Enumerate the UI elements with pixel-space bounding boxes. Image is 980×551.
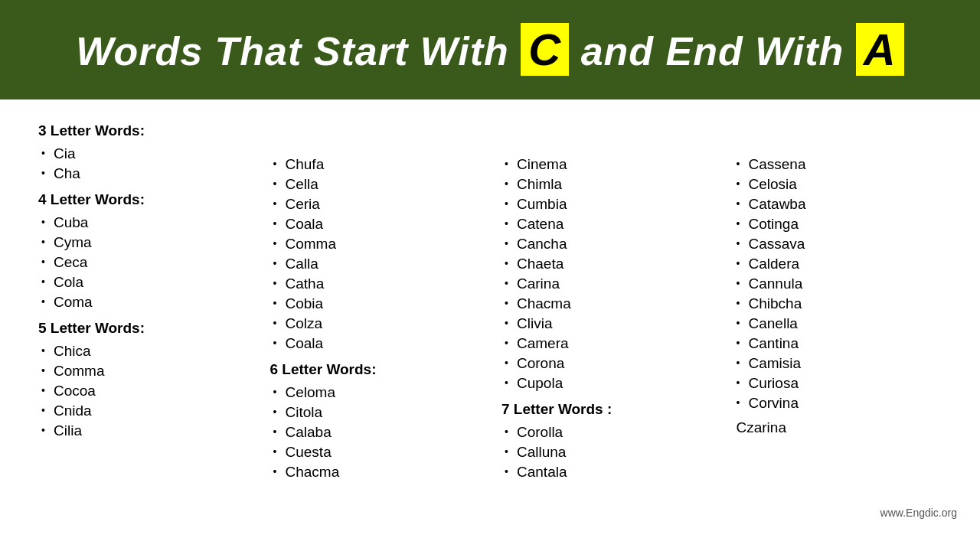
page-title: Words That Start With C and End With A bbox=[46, 23, 934, 77]
list-item: Cuesta bbox=[270, 442, 479, 462]
list-item: Catawba bbox=[733, 194, 942, 214]
heading-3letter: 3 Letter Words: bbox=[38, 122, 247, 139]
list-item: Cnida bbox=[38, 401, 247, 421]
footer: www.Engdic.org bbox=[0, 504, 980, 525]
title-middle: and End With bbox=[581, 29, 844, 73]
list-item: Calaba bbox=[270, 422, 479, 442]
list-3letter: Cia Cha bbox=[38, 144, 247, 184]
list-item: Corona bbox=[501, 354, 710, 373]
list-item: Ceca bbox=[38, 253, 247, 272]
list-item: Corolla bbox=[501, 422, 710, 442]
list-item: Comma bbox=[38, 361, 247, 381]
list-item: Caldera bbox=[733, 254, 942, 274]
list-5letter-col2: Chufa Cella Ceria Coala Comma Calla Cath… bbox=[270, 155, 479, 354]
list-item: Cocoa bbox=[38, 381, 247, 401]
list-item: Ceria bbox=[270, 194, 479, 214]
list-item: Cobia bbox=[270, 294, 479, 314]
list-item: Comma bbox=[270, 234, 479, 254]
list-item: Celoma bbox=[270, 383, 479, 403]
list-item: Coala bbox=[270, 334, 479, 354]
czarina-word: Czarina bbox=[733, 419, 942, 436]
list-item: Cella bbox=[270, 174, 479, 194]
title-prefix: Words That Start With bbox=[76, 29, 509, 73]
list-item: Cinema bbox=[501, 155, 710, 174]
list-item: Canella bbox=[733, 314, 942, 334]
list-item: Camisia bbox=[733, 354, 942, 373]
content-grid: 3 Letter Words: Cia Cha 4 Letter Words: … bbox=[0, 99, 980, 504]
list-item: Coma bbox=[38, 292, 247, 312]
list-item: Celosia bbox=[733, 174, 942, 194]
column-2: Chufa Cella Ceria Coala Comma Calla Cath… bbox=[263, 115, 487, 488]
list-item: Camera bbox=[501, 334, 710, 354]
list-item: Cha bbox=[38, 164, 247, 184]
column-3: Cinema Chimla Cumbia Catena Cancha Chaet… bbox=[494, 115, 718, 488]
list-item: Cantala bbox=[501, 462, 710, 482]
list-item: Cannula bbox=[733, 274, 942, 294]
heading-6letter: 6 Letter Words: bbox=[270, 361, 479, 378]
list-4letter: Cuba Cyma Ceca Cola Coma bbox=[38, 213, 247, 312]
list-5letter: Chica Comma Cocoa Cnida Cilia bbox=[38, 341, 247, 441]
list-item: Cia bbox=[38, 144, 247, 164]
list-item: Chimla bbox=[501, 174, 710, 194]
column-4: Cassena Celosia Catawba Cotinga Cassava … bbox=[726, 115, 950, 488]
list-6letter: Celoma Citola Calaba Cuesta Chacma bbox=[270, 383, 479, 482]
list-item: Cotinga bbox=[733, 214, 942, 234]
list-item: Cassena bbox=[733, 155, 942, 174]
list-item: Cilia bbox=[38, 421, 247, 441]
heading-5letter: 5 Letter Words: bbox=[38, 320, 247, 337]
column-1: 3 Letter Words: Cia Cha 4 Letter Words: … bbox=[31, 115, 255, 488]
list-item: Cola bbox=[38, 272, 247, 292]
list-item: Curiosa bbox=[733, 373, 942, 393]
list-item: Colza bbox=[270, 314, 479, 334]
list-item: Citola bbox=[270, 403, 479, 422]
list-item: Cumbia bbox=[501, 194, 710, 214]
list-item: Cassava bbox=[733, 234, 942, 254]
list-item: Cancha bbox=[501, 234, 710, 254]
footer-url: www.Engdic.org bbox=[880, 507, 957, 519]
heading-4letter: 4 Letter Words: bbox=[38, 191, 247, 208]
list-item: Chibcha bbox=[733, 294, 942, 314]
list-item: Cuba bbox=[38, 213, 247, 233]
list-item: Cyma bbox=[38, 233, 247, 253]
highlight-a: A bbox=[856, 23, 904, 76]
list-item: Chacma bbox=[270, 462, 479, 482]
list-item: Clivia bbox=[501, 314, 710, 334]
highlight-c: C bbox=[521, 23, 569, 76]
list-item: Catha bbox=[270, 274, 479, 294]
list-7letter: Corolla Calluna Cantala bbox=[501, 422, 710, 482]
page-header: Words That Start With C and End With A bbox=[0, 0, 980, 99]
list-item: Calla bbox=[270, 254, 479, 274]
list-item: Corvina bbox=[733, 393, 942, 413]
list-item: Catena bbox=[501, 214, 710, 234]
list-item: Chica bbox=[38, 341, 247, 361]
list-item: Chacma bbox=[501, 294, 710, 314]
list-item: Cupola bbox=[501, 373, 710, 393]
list-item: Cantina bbox=[733, 334, 942, 354]
list-item: Chaeta bbox=[501, 254, 710, 274]
list-6letter-col3: Cinema Chimla Cumbia Catena Cancha Chaet… bbox=[501, 155, 710, 393]
list-item: Calluna bbox=[501, 442, 710, 462]
list-col4: Cassena Celosia Catawba Cotinga Cassava … bbox=[733, 155, 942, 413]
list-item: Carina bbox=[501, 274, 710, 294]
list-item: Chufa bbox=[270, 155, 479, 174]
list-item: Coala bbox=[270, 214, 479, 234]
heading-7letter: 7 Letter Words : bbox=[501, 401, 710, 418]
